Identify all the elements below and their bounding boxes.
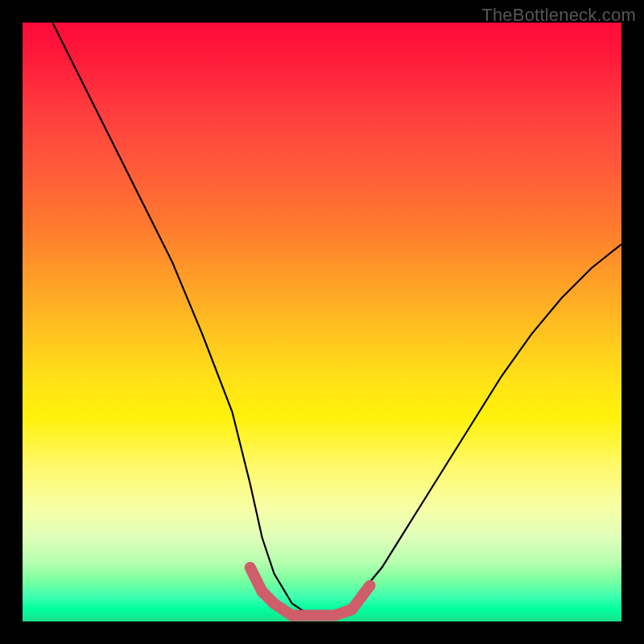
curve-svg xyxy=(23,23,621,621)
bottleneck-curve xyxy=(52,23,621,616)
plot-area xyxy=(23,23,621,621)
bottleneck-flat-zone xyxy=(250,568,370,616)
chart-frame: TheBottleneck.com xyxy=(0,0,644,644)
